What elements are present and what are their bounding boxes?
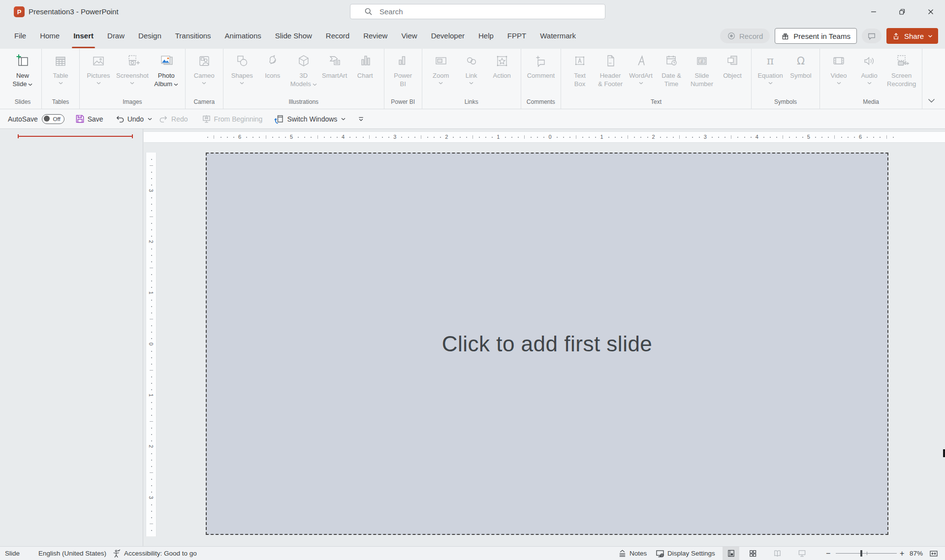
- tab-label: Developer: [431, 31, 465, 40]
- powerpoint-logo-icon: P: [14, 6, 25, 17]
- tab-file[interactable]: File: [7, 24, 33, 49]
- display-settings-button[interactable]: Display Settings: [656, 547, 715, 560]
- ribbon-item-label: Comment: [527, 71, 555, 80]
- ruler-tick: [151, 306, 152, 307]
- undo-button[interactable]: Undo: [115, 114, 152, 124]
- tab-fppt[interactable]: FPPT: [501, 24, 533, 49]
- ruler-tick: [272, 137, 273, 138]
- header-footer-icon: [602, 51, 618, 71]
- accessibility-button[interactable]: Accessibility: Good to go: [112, 547, 197, 560]
- slide-indicator: Slide: [5, 550, 20, 557]
- autosave-label: AutoSave: [8, 115, 38, 123]
- zoom-out-button[interactable]: −: [826, 547, 830, 560]
- minimize-button[interactable]: [859, 0, 888, 24]
- tab-label: Slide Show: [275, 31, 312, 40]
- slide-sorter-view-button[interactable]: [744, 547, 761, 560]
- zoom-percent[interactable]: 87%: [910, 547, 923, 560]
- ribbon-group-label: Text: [565, 97, 748, 108]
- slide-number-icon: #: [694, 51, 710, 71]
- zoom-slider-detent: [867, 552, 867, 555]
- tab-help[interactable]: Help: [472, 24, 501, 49]
- ruler-tick: [421, 135, 421, 139]
- save-button[interactable]: Save: [75, 114, 103, 124]
- present-in-teams-button[interactable]: Present in Teams: [775, 28, 857, 44]
- ruler-tick: [834, 135, 835, 139]
- dropdown-chevron-icon: [240, 80, 244, 86]
- tab-slide-show[interactable]: Slide Show: [268, 24, 319, 49]
- switch-windows-button[interactable]: Switch Windows: [274, 114, 346, 124]
- customize-toolbar-button[interactable]: [357, 115, 365, 123]
- normal-view-button[interactable]: [723, 547, 739, 560]
- ruler-tick: [298, 137, 299, 138]
- ribbon-item-new-slide[interactable]: NewSlide: [7, 50, 38, 94]
- ruler-number: 0: [546, 134, 553, 140]
- zoom-in-button[interactable]: +: [900, 547, 904, 560]
- ribbon-item-label: Header& Footer: [598, 71, 623, 88]
- comment-icon: [533, 51, 549, 71]
- tab-transitions[interactable]: Transitions: [168, 24, 218, 49]
- ruler-tick: [692, 137, 693, 138]
- undo-label: Undo: [127, 115, 144, 123]
- share-label: Share: [904, 32, 924, 40]
- slide-thumbnail-panel[interactable]: [0, 129, 143, 546]
- ruler-tick: [151, 402, 152, 403]
- tab-watermark[interactable]: Watermark: [533, 24, 583, 49]
- tab-label: Design: [138, 31, 161, 40]
- ruler-tick: [466, 137, 467, 138]
- ruler-tick: [576, 135, 576, 139]
- autosave-toggle[interactable]: Off: [42, 114, 64, 124]
- table-icon: [53, 51, 68, 71]
- zoom-slider-handle[interactable]: [860, 550, 862, 557]
- ruler-tick: [789, 137, 790, 138]
- ribbon-item-icons: Icons: [257, 50, 288, 86]
- tab-view[interactable]: View: [394, 24, 424, 49]
- tab-developer[interactable]: Developer: [424, 24, 472, 49]
- ruler-tick: [666, 137, 667, 138]
- close-button[interactable]: [916, 0, 945, 24]
- svg-text:#: #: [700, 59, 704, 64]
- ruler-tick: [660, 137, 661, 138]
- tab-insert[interactable]: Insert: [66, 24, 100, 49]
- restore-button[interactable]: [888, 0, 916, 24]
- undo-chevron-icon[interactable]: [148, 118, 152, 121]
- ruler-number: 3: [391, 134, 398, 140]
- tab-label: Draw: [107, 31, 125, 40]
- autosave-knob: [44, 116, 50, 122]
- ribbon-group-label: Symbols: [755, 97, 816, 108]
- share-button[interactable]: Share: [886, 28, 938, 44]
- fit-to-window-button[interactable]: [929, 547, 938, 560]
- zoom-slider-track[interactable]: [836, 553, 897, 554]
- tab-design[interactable]: Design: [131, 24, 168, 49]
- horizontal-ruler: 6543210123456: [144, 131, 945, 143]
- ruler-tick: [828, 137, 829, 138]
- dropdown-chevron-icon: [768, 80, 773, 86]
- collapse-ribbon-button[interactable]: [928, 96, 935, 105]
- from-beginning-button: From Beginning: [202, 114, 263, 124]
- ribbon-item-photo-album[interactable]: PhotoAlbum: [151, 50, 182, 94]
- tab-animations[interactable]: Animations: [218, 24, 268, 49]
- tab-record[interactable]: Record: [319, 24, 356, 49]
- ruler-tick: [582, 137, 583, 138]
- tab-home[interactable]: Home: [33, 24, 66, 49]
- tab-review[interactable]: Review: [356, 24, 394, 49]
- normal-view-icon: [727, 549, 735, 558]
- insert-ribbon: NewSlideSlidesTableTablesPicturesScreens…: [0, 49, 945, 109]
- search-input[interactable]: [378, 7, 567, 16]
- ribbon-item-slide-number: #SlideNumber: [687, 50, 717, 94]
- notes-button[interactable]: Notes: [618, 547, 647, 560]
- ribbon-group-label: Illustrations: [227, 97, 380, 108]
- dropdown-chevron-icon: [469, 80, 473, 86]
- comments-button[interactable]: [862, 29, 882, 43]
- ribbon-item-action: Action: [487, 50, 517, 86]
- ribbon-group-label: Camera: [189, 97, 220, 108]
- ruler-tick: [252, 137, 253, 138]
- ruler-tick: [151, 223, 152, 224]
- slide-canvas[interactable]: Click to add first slide: [206, 153, 888, 535]
- ruler-tick: [783, 135, 783, 139]
- search-box[interactable]: [350, 4, 605, 19]
- ruler-tick: [511, 137, 512, 138]
- tab-draw[interactable]: Draw: [100, 24, 131, 49]
- language-button[interactable]: English (United States): [38, 547, 106, 560]
- ribbon-item-smartart: SmartArt: [319, 50, 350, 86]
- dropdown-chevron-icon: [130, 80, 134, 86]
